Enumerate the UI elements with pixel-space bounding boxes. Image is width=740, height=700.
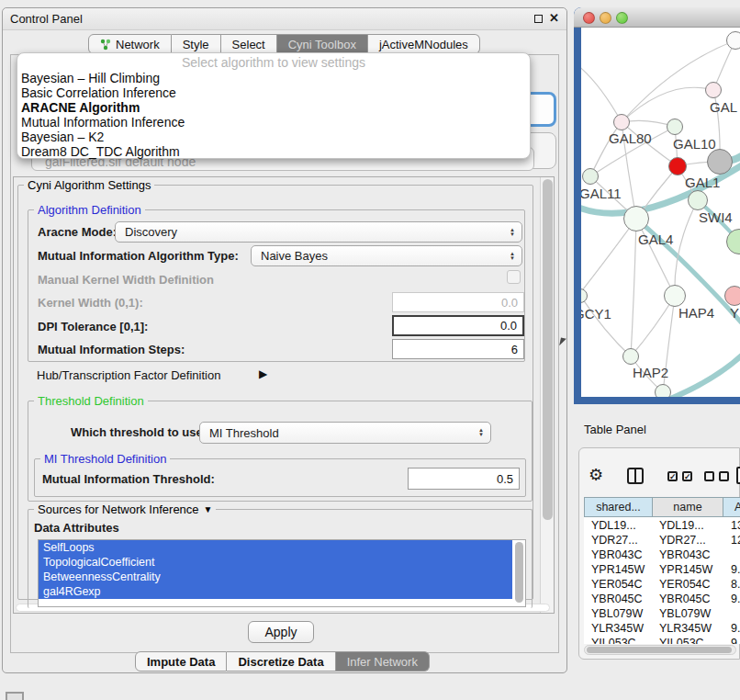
node-label: GAL80 [609, 130, 652, 146]
apply-label: Apply [264, 625, 297, 639]
network-canvas[interactable]: GAL GAL80 GAL10 GAL1 GAL11 SWI4 GAL4 GCY… [581, 28, 740, 397]
scrollbar-thumb[interactable] [543, 179, 553, 520]
network-node[interactable] [688, 190, 708, 210]
node-label: GAL10 [673, 136, 716, 152]
float-window-icon[interactable] [534, 15, 543, 23]
tab-label: Infer Network [347, 655, 418, 669]
manual-kernel-checkbox[interactable] [507, 270, 521, 284]
mi-threshold-field[interactable]: 0.5 [408, 468, 520, 490]
checked-checkbox-icon[interactable]: ✓ [682, 471, 692, 481]
expand-arrow-icon[interactable]: ▶ [259, 367, 267, 380]
minimized-panel-icon[interactable] [6, 692, 24, 700]
list-item[interactable]: SelfLoops [39, 540, 512, 555]
column-header-name[interactable]: name [653, 497, 723, 517]
scrollbar-thumb[interactable] [587, 647, 732, 653]
network-node[interactable] [705, 82, 722, 98]
cell: YLR345W [591, 622, 644, 635]
column-header-partial[interactable]: A [723, 497, 740, 517]
list-item[interactable]: TopologicalCoefficient [39, 555, 512, 570]
cell: YPR145W [659, 563, 712, 576]
threshold-definition-group: Threshold Definition Which threshold to … [28, 401, 533, 502]
node-label: HAP2 [633, 365, 668, 380]
network-window-titlebar[interactable] [574, 7, 740, 28]
algorithm-dropdown-popup: Select algorithm to view settings Bayesi… [17, 52, 531, 159]
close-icon[interactable]: ✕ [549, 11, 559, 25]
field-value: 6 [511, 343, 518, 356]
node-label: GAL4 [638, 231, 673, 247]
zoom-traffic-light[interactable] [616, 12, 628, 24]
mi-steps-label: Mutual Information Steps: [38, 343, 185, 356]
list-item[interactable]: gal4RGexp [39, 584, 512, 599]
column-header-shared-name[interactable]: shared... [584, 497, 653, 517]
network-node[interactable] [613, 114, 630, 130]
minimize-traffic-light[interactable] [600, 12, 611, 24]
group-title: Threshold Definition [34, 394, 148, 408]
network-node[interactable] [726, 31, 740, 50]
close-traffic-light[interactable] [583, 12, 595, 24]
network-node-selected-red[interactable] [668, 157, 687, 175]
aracne-mode-combo[interactable]: Discovery ▲▼ [115, 221, 522, 243]
cell: YDR27... [659, 534, 706, 547]
node-label: GCY1 [581, 306, 611, 322]
checked-checkbox-icon[interactable]: ✓ [667, 471, 678, 481]
split-columns-icon[interactable] [627, 468, 644, 484]
list-item[interactable]: BetweennessCentrality [39, 570, 512, 584]
group-title: Cyni Algorithm Settings [24, 178, 154, 192]
unchecked-checkbox-icon[interactable] [704, 471, 714, 481]
dropdown-item[interactable]: Basic Correlation Inference [17, 85, 530, 100]
spinner-down-icon: ▼ [510, 232, 515, 237]
tab-jactivemnodules[interactable]: jActiveMNodules [368, 34, 480, 54]
cell: 12 [731, 534, 740, 547]
control-panel-titlebar: Control Panel ✕ [3, 8, 566, 30]
tab-discretize-data[interactable]: Discretize Data [227, 651, 335, 672]
dpi-tolerance-field[interactable]: 0.0 [392, 315, 524, 336]
network-node[interactable] [707, 149, 733, 175]
network-node[interactable] [667, 119, 683, 135]
dropdown-item[interactable]: Bayesian – K2 [17, 130, 530, 144]
kernel-width-field[interactable]: 0.0 [392, 292, 524, 312]
node-attribute-table[interactable]: shared... name A YDL19...YDL19...13 YDR2… [584, 497, 740, 644]
table-horizontal-scrollbar[interactable] [584, 645, 736, 655]
tab-style[interactable]: Style [172, 34, 221, 54]
tab-network[interactable]: Network [88, 34, 172, 54]
dropdown-item[interactable]: Bayesian – Hill Climbing [17, 71, 530, 85]
tab-impute-data[interactable]: Impute Data [135, 651, 227, 672]
mi-threshold-definition-group: MI Threshold Definition Mutual Informati… [34, 458, 526, 497]
unchecked-checkbox-icon[interactable] [719, 471, 729, 481]
column-divider [634, 469, 636, 482]
data-attributes-list[interactable]: SelfLoops TopologicalCoefficient Between… [38, 539, 526, 607]
cell: YDR27... [591, 534, 638, 547]
cell: 9. [731, 563, 740, 576]
tab-cyni-toolbox[interactable]: Cyni Toolbox [277, 34, 368, 54]
tab-select[interactable]: Select [221, 34, 277, 54]
hub-definition-label[interactable]: Hub/Transcription Factor Definition [37, 368, 220, 382]
dropdown-item[interactable]: Dream8 DC_TDC Algorithm [17, 144, 530, 159]
spinner-down-icon: ▼ [510, 256, 515, 261]
which-threshold-combo[interactable]: MI Threshold ▲▼ [199, 422, 491, 444]
dropdown-item-highlighted[interactable]: ARACNE Algorithm [17, 100, 530, 115]
apply-button[interactable]: Apply [248, 621, 314, 643]
network-node[interactable] [655, 384, 671, 397]
table-panel-title: Table Panel [584, 423, 646, 436]
group-title: Sources for Network Inference ▼ [34, 502, 216, 516]
new-table-icon[interactable] [736, 467, 740, 484]
mi-algorithm-type-combo[interactable]: Naive Bayes ▲▼ [251, 245, 522, 266]
settings-vertical-scrollbar[interactable] [540, 177, 554, 613]
combo-value: Naive Bayes [261, 249, 328, 263]
network-node[interactable] [724, 286, 740, 306]
mi-steps-field[interactable]: 6 [392, 339, 524, 359]
network-node[interactable] [623, 206, 649, 231]
network-node[interactable] [622, 348, 639, 365]
cyni-algorithm-settings-group: Cyni Algorithm Settings Algorithm Defini… [17, 185, 533, 600]
manual-kernel-label: Manual Kernel Width Definition [38, 273, 214, 287]
network-node[interactable] [664, 285, 686, 307]
list-scrollbar-thumb[interactable] [515, 542, 523, 603]
gear-icon[interactable]: ⚙ [589, 465, 603, 485]
tab-infer-network[interactable]: Infer Network [336, 651, 430, 672]
panel-title: Control Panel [10, 12, 83, 26]
collapse-arrow-icon[interactable]: ▼ [204, 504, 213, 514]
dropdown-item[interactable]: Mutual Information Inference [17, 115, 530, 130]
network-node[interactable] [582, 168, 599, 185]
tab-label: Select [232, 38, 265, 51]
node-label: GAL11 [581, 186, 622, 201]
